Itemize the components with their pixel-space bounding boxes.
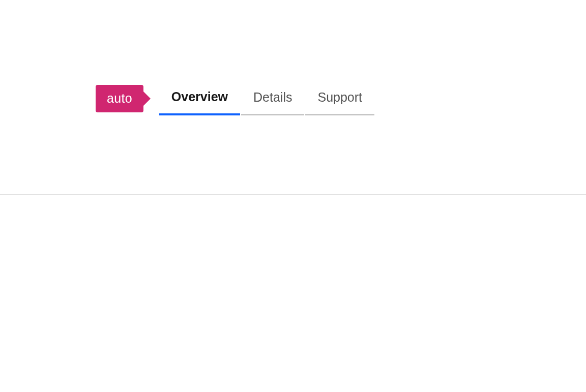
- mode-tag-auto: auto: [96, 85, 143, 112]
- tab-label: Overview: [171, 89, 228, 104]
- tab-support[interactable]: Support: [305, 82, 374, 115]
- example-manual-section: manual Overview Details Support: [0, 194, 586, 392]
- tabs-auto: Overview Details Support: [159, 81, 374, 115]
- tab-overview[interactable]: Overview: [159, 81, 240, 115]
- tab-label: Details: [253, 90, 292, 104]
- tab-label: Support: [317, 90, 362, 104]
- example-auto-row: auto Overview Details Support: [96, 81, 374, 115]
- mode-tag-label: auto: [107, 92, 132, 105]
- tab-details[interactable]: Details: [241, 82, 304, 115]
- example-auto-section: auto Overview Details Support: [0, 0, 586, 194]
